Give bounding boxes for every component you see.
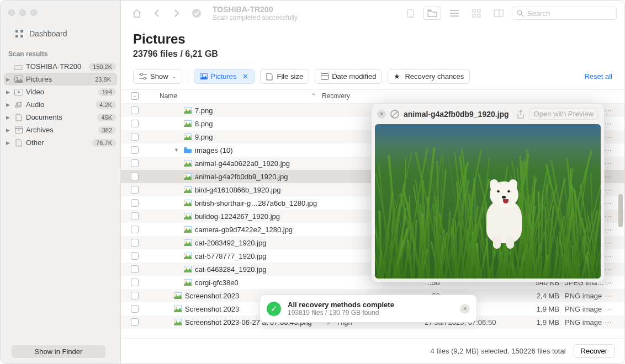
row-checkbox[interactable] [131,305,139,313]
dashboard-link[interactable]: Dashboard [1,24,120,47]
more-icon[interactable]: ⋯ [605,279,612,287]
zoom-dot[interactable] [30,9,37,16]
pictures-filter-chip[interactable]: Pictures ✕ [194,69,255,84]
close-dot[interactable] [8,9,15,16]
more-icon[interactable]: ⋯ [605,305,612,313]
cell-filename: images (10) [195,146,233,154]
svg-point-53 [186,254,187,255]
more-icon[interactable]: ⋯ [605,173,612,181]
more-icon[interactable]: ⋯ [605,226,612,234]
svg-point-49 [186,228,187,229]
more-icon[interactable]: ⋯ [605,292,612,300]
row-checkbox[interactable] [131,252,139,260]
sidebar-item-other[interactable]: ▶ Other 76,7K [1,136,120,149]
home-icon[interactable] [129,6,145,20]
sidebar-item-video[interactable]: ▶ Video 194 [1,85,120,98]
more-icon[interactable]: ⋯ [605,252,612,260]
file-image-icon [174,305,182,313]
chevron-right-icon[interactable]: ▶ [6,77,12,82]
view-folder-icon[interactable] [423,7,441,20]
more-icon[interactable]: ⋯ [605,199,612,207]
more-icon[interactable]: ⋯ [605,106,612,115]
file-image-icon [184,173,192,180]
sidebar-item-documents[interactable]: ▶ Documents 45K [1,111,120,124]
sidebar-item-drive[interactable]: TOSHIBA-TR200 150,2K [1,60,120,73]
row-checkbox[interactable] [131,186,139,194]
more-icon[interactable]: ⋯ [605,120,612,128]
date-filter-button[interactable]: Date modified [315,69,382,84]
chevron-right-icon[interactable]: ▶ [6,115,12,120]
dismiss-icon[interactable]: ✕ [460,304,470,314]
preview-image [375,124,601,279]
more-icon[interactable]: ⋯ [605,212,612,221]
row-checkbox[interactable] [131,199,139,207]
svg-point-57 [186,281,187,282]
chevron-right-icon[interactable]: ▶ [6,89,12,95]
cell-filename: camera-gb9d7422e2_1280.jpg [195,226,293,234]
minimize-dot[interactable] [19,9,26,16]
recover-button[interactable]: Recover [574,344,615,358]
row-checkbox[interactable] [131,173,139,180]
row-checkbox[interactable] [131,239,139,247]
close-icon[interactable]: ✕ [377,110,386,119]
view-list-icon[interactable] [446,7,463,20]
share-icon[interactable] [517,110,525,119]
sidebar-item-pictures[interactable]: ▶ Pictures 23,8K [4,73,117,85]
row-checkbox[interactable] [131,212,139,220]
show-in-finder-button[interactable]: Show in Finder [12,345,105,358]
search-input[interactable]: Search [512,7,617,20]
more-icon[interactable]: ⋯ [605,186,612,194]
view-columns-icon[interactable] [490,7,507,20]
row-checkbox[interactable] [131,106,139,114]
sort-icon[interactable]: ⌃ [311,92,322,100]
nopreview-icon [390,110,399,119]
chevron-down-icon[interactable]: ▼ [174,147,181,153]
row-checkbox[interactable] [131,318,139,326]
col-name[interactable]: Name [143,92,311,100]
chevron-right-icon[interactable]: ▶ [6,127,12,133]
svg-rect-16 [473,9,475,12]
show-filter-button[interactable]: Show ⌄ [133,69,182,84]
row-checkbox[interactable] [131,226,139,233]
chevron-right-icon[interactable]: ▶ [6,140,12,146]
svg-rect-20 [494,10,503,17]
cell-filename: Screenshot 2023 [185,292,239,300]
back-icon[interactable] [149,6,165,20]
view-doc-icon[interactable] [401,7,419,20]
recovery-filter-button[interactable]: ★ Recovery chances [388,69,470,84]
col-recovery[interactable]: Recovery [322,92,432,100]
header-checkbox[interactable]: − [131,92,139,100]
row-checkbox[interactable] [131,279,139,286]
more-icon[interactable]: ⋯ [605,146,612,154]
row-checkbox[interactable] [131,133,139,141]
reset-all-link[interactable]: Reset all [584,72,612,81]
size-filter-button[interactable]: File size [260,69,310,84]
sidebar-item-audio[interactable]: ▶ Audio 4,2K [1,98,120,111]
more-icon[interactable]: ⋯ [605,159,612,168]
calendar-icon [321,73,329,80]
more-icon[interactable]: ⋯ [605,265,612,274]
svg-point-29 [202,74,203,76]
row-checkbox[interactable] [131,265,139,273]
forward-icon[interactable] [168,6,185,20]
view-grid-icon[interactable] [468,7,485,20]
file-image-icon [184,279,192,286]
svg-point-37 [186,135,187,136]
remove-filter-icon[interactable]: ✕ [242,72,248,81]
more-icon[interactable]: ⋯ [605,133,612,141]
sidebar-item-archives[interactable]: ▶ Archives 382 [1,124,120,136]
more-icon[interactable]: ⋯ [605,318,612,326]
archive-icon [14,126,24,133]
open-with-preview-button[interactable]: Open with Preview [529,108,598,120]
search-placeholder: Search [527,9,550,18]
chevron-right-icon[interactable]: ▶ [6,102,12,108]
row-checkbox[interactable] [131,146,139,154]
cell-kind: PNG image [559,305,605,313]
row-checkbox[interactable] [131,120,139,127]
more-icon[interactable]: ⋯ [605,239,612,247]
svg-line-65 [392,111,398,117]
svg-point-55 [186,267,187,269]
scrollbar-thumb[interactable] [618,194,623,227]
row-checkbox[interactable] [131,292,139,299]
row-checkbox[interactable] [131,159,139,167]
